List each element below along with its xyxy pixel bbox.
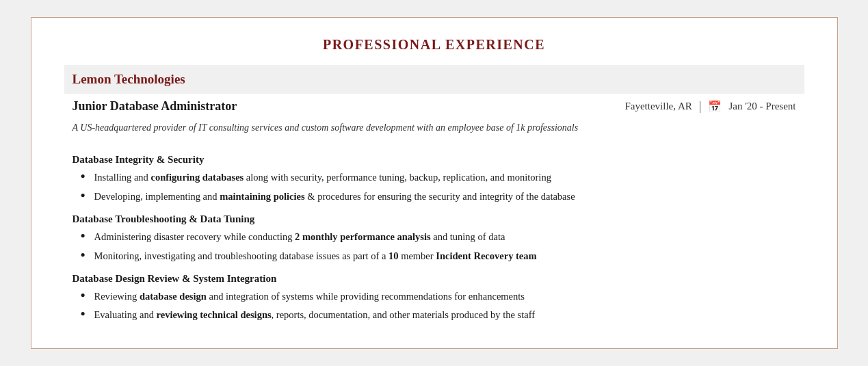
list-item: Monitoring, investigating and troublesho… xyxy=(81,248,804,263)
resume-container: PROFESSIONAL EXPERIENCE Lemon Technologi… xyxy=(31,17,838,349)
bullet-list: Administering disaster recovery while co… xyxy=(64,229,804,263)
list-item: Administering disaster recovery while co… xyxy=(81,229,804,244)
skill-section-title: Database Integrity & Security xyxy=(64,154,804,166)
job-row: Junior Database Administrator Fayettevil… xyxy=(64,94,804,116)
bullet-list: Reviewing database design and integratio… xyxy=(64,289,804,323)
date-range: Jan '20 - Present xyxy=(728,101,795,112)
list-item: Developing, implementing and maintaining… xyxy=(81,189,804,204)
location: Fayetteville, AR xyxy=(624,101,692,112)
skills-container: Database Integrity & SecurityInstalling … xyxy=(64,154,804,323)
company-header: Lemon Technologies xyxy=(64,65,804,94)
list-item: Reviewing database design and integratio… xyxy=(81,289,804,304)
skill-section-title: Database Troubleshooting & Data Tuning xyxy=(64,213,804,225)
bullet-list: Installing and configuring databases alo… xyxy=(64,170,804,204)
calendar-icon: 📅 xyxy=(708,100,722,113)
job-meta: Fayetteville, AR | 📅 Jan '20 - Present xyxy=(624,99,795,114)
section-title: PROFESSIONAL EXPERIENCE xyxy=(64,37,804,53)
company-name: Lemon Technologies xyxy=(73,72,185,86)
company-description: A US-headquartered provider of IT consul… xyxy=(64,116,804,144)
divider: | xyxy=(699,99,702,114)
list-item: Evaluating and reviewing technical desig… xyxy=(81,307,804,322)
job-title: Junior Database Administrator xyxy=(73,99,237,114)
list-item: Installing and configuring databases alo… xyxy=(81,170,804,185)
skill-section-title: Database Design Review & System Integrat… xyxy=(64,273,804,285)
